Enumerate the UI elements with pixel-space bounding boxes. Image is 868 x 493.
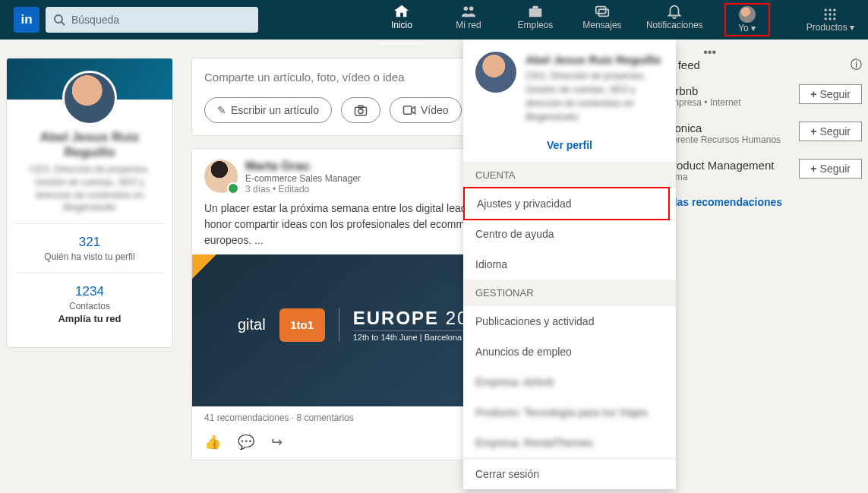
- bell-icon: [666, 3, 683, 20]
- video-icon: [402, 105, 416, 115]
- language-item[interactable]: Idioma: [463, 249, 676, 280]
- svg-point-3: [469, 7, 474, 11]
- network-icon: [460, 3, 477, 20]
- all-recommendations-link[interactable]: s las recomendaciones: [665, 196, 862, 208]
- dropdown-section-manage: GESTIONAR: [463, 280, 676, 306]
- write-article-button[interactable]: ✎ Escribir un artículo: [204, 97, 332, 123]
- search-icon: [53, 14, 65, 26]
- post-author-name[interactable]: Marta Grau: [245, 160, 361, 173]
- svg-point-11: [829, 13, 832, 15]
- view-profile-link[interactable]: Ver perfil: [463, 136, 676, 162]
- svg-rect-19: [403, 106, 412, 115]
- product-item[interactable]: Producto: Tecnología para los Viajes: [463, 397, 676, 428]
- comment-button[interactable]: 💬: [238, 434, 254, 450]
- linkedin-logo[interactable]: in: [14, 7, 39, 33]
- svg-point-9: [833, 9, 835, 11]
- job-listings-item[interactable]: Anuncios de empleo: [463, 337, 676, 367]
- nav-home[interactable]: Inicio: [379, 3, 425, 36]
- profile-name[interactable]: Abel Jesus Ruiz Reguillo: [16, 130, 163, 160]
- nav-notifications[interactable]: Notificaciones: [646, 3, 703, 36]
- messages-icon: [594, 3, 611, 20]
- profile-avatar[interactable]: [62, 71, 117, 125]
- grid-icon: [822, 7, 838, 22]
- svg-point-13: [825, 17, 827, 20]
- post-timestamp: 3 días • Editado: [245, 184, 361, 194]
- svg-rect-4: [529, 8, 542, 17]
- top-navigation: in Búsqueda Inicio Mi red Empleos Mensaj…: [0, 0, 868, 40]
- nav-products[interactable]: Productos ▾: [806, 7, 854, 33]
- profile-cover: [7, 58, 172, 100]
- event-badge: 1to1: [279, 308, 325, 342]
- suggestion-item: Airbnb Empresa • Internet +Seguir: [665, 84, 862, 108]
- post-author-avatar[interactable]: [204, 160, 238, 193]
- follow-button[interactable]: +Seguir: [799, 122, 862, 141]
- profile-views-stat[interactable]: 321 Quién ha visto tu perfil: [16, 223, 163, 273]
- suggestion-item: Monica Gerente Recursos Humanos +Seguir: [665, 122, 862, 145]
- info-icon[interactable]: ⓘ: [851, 58, 862, 72]
- svg-line-1: [62, 22, 65, 25]
- photo-button[interactable]: [341, 97, 380, 123]
- dropdown-user-name: Abel Jesus Ruiz Reguillo: [526, 52, 664, 69]
- nav-jobs[interactable]: Empleos: [513, 3, 558, 36]
- company-item[interactable]: Empresa: Airbnb: [463, 367, 676, 397]
- svg-point-12: [833, 13, 835, 15]
- dropdown-avatar[interactable]: [475, 52, 516, 93]
- svg-rect-6: [598, 9, 608, 16]
- post-author-role: E-commerce Sales Manager: [245, 173, 361, 184]
- suggestion-item: Product Management Tema +Seguir: [665, 159, 862, 182]
- dropdown-section-account: CUENTA: [463, 162, 676, 188]
- briefcase-icon: [527, 3, 544, 20]
- svg-point-7: [825, 9, 827, 11]
- posts-activity-item[interactable]: Publicaciones y actividad: [463, 306, 676, 337]
- search-placeholder: Búsqueda: [71, 14, 119, 26]
- settings-privacy-item[interactable]: Ajustes y privacidad: [463, 187, 670, 220]
- company-item-2[interactable]: Empresa: RentalThemes: [463, 428, 676, 458]
- profile-description: CEO, Dirección de proyectos, Gestión de …: [16, 163, 163, 214]
- follow-button[interactable]: +Seguir: [799, 84, 862, 104]
- avatar-icon: [739, 6, 756, 23]
- home-icon: [393, 3, 410, 20]
- svg-point-14: [829, 17, 832, 20]
- svg-point-10: [825, 13, 827, 15]
- help-center-item[interactable]: Centro de ayuda: [463, 219, 676, 249]
- dropdown-user-desc: CEO, Dirección de proyectos, Gestión de …: [526, 69, 664, 124]
- follow-button[interactable]: +Seguir: [799, 159, 862, 179]
- svg-point-17: [358, 109, 363, 114]
- profile-contacts-stat[interactable]: 1234 Contactos Amplía tu red: [16, 273, 163, 335]
- nav-messages[interactable]: Mensajes: [579, 3, 625, 36]
- svg-point-2: [464, 7, 469, 11]
- nav-me[interactable]: Yo ▾: [724, 3, 770, 36]
- like-button[interactable]: 👍: [204, 434, 221, 450]
- search-input[interactable]: Búsqueda: [46, 7, 258, 33]
- me-dropdown: Abel Jesus Ruiz Reguillo CEO, Dirección …: [463, 40, 676, 489]
- svg-point-8: [829, 9, 832, 11]
- share-button[interactable]: ↪: [271, 434, 282, 450]
- svg-point-15: [833, 17, 835, 20]
- nav-network[interactable]: Mi red: [446, 3, 491, 36]
- profile-card: Abel Jesus Ruiz Reguillo CEO, Dirección …: [6, 58, 173, 348]
- logout-item[interactable]: Cerrar sesión: [463, 458, 676, 489]
- edit-icon: ✎: [217, 104, 226, 116]
- overflow-dots[interactable]: •••: [703, 46, 716, 59]
- camera-icon: [354, 104, 368, 116]
- video-button[interactable]: Vídeo: [390, 97, 462, 123]
- svg-point-0: [55, 15, 62, 23]
